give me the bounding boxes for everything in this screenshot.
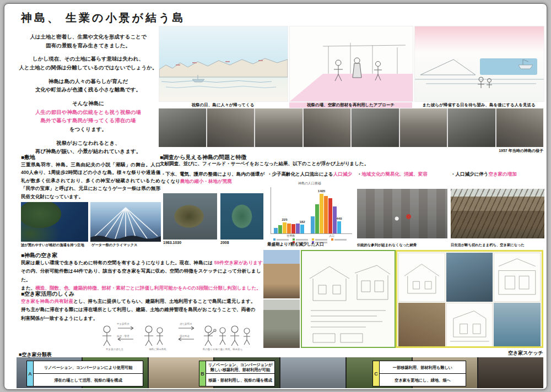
chart-caption: 最盛期より7割も減少した人口 <box>267 242 364 247</box>
body-text: とし、持ち主に提供してもらい、建築利用、土地利用することで島民に還元します。 <box>73 298 255 304</box>
street-procession-photo <box>357 189 447 238</box>
house-sketch-tile <box>446 303 493 348</box>
intro-text: 人は土地と密着し、生業や文化を形成することで 固有の景観を育み生きてきました。 … <box>15 32 161 161</box>
chart-bar <box>311 216 315 233</box>
historical-photo-strip <box>159 108 543 147</box>
body-text: 持ち主が島に滞在する際には滞在場所として利用し、建築、土地の維持管理を島民がおこ… <box>21 307 256 312</box>
intro-paragraph: 神島は島の人々の暮らしが育んだ 文化や町並みが色濃く残る小さな離島です。 <box>15 77 161 94</box>
intro-line: そんな神島に <box>72 100 104 106</box>
chart-legend-item <box>331 238 347 241</box>
pencil-sketch-lines <box>302 251 395 347</box>
intro-line: 人は土地と密着し、生業や文化を形成することで <box>30 34 146 40</box>
departure-sketch-lines <box>415 26 544 101</box>
house-photo <box>478 357 543 388</box>
map-photo-caption: 波が荒れやすいが格好の漁場を持つ立地 <box>21 243 89 248</box>
pencil-sketch-lines <box>447 303 493 348</box>
aerial-photo-1983 <box>163 193 217 239</box>
bullet-highlight: 農地の縮小・林地が荒廃 <box>180 178 232 184</box>
chart-bar <box>315 204 319 233</box>
body-highlight: 空き家を神島の共有財産 <box>21 298 73 304</box>
historical-photo <box>496 108 544 147</box>
sketch-departure-scene <box>414 26 544 102</box>
collage-caption: 空き家スケッチ <box>263 350 543 357</box>
historical-photo <box>352 108 399 147</box>
pencil-sketch-lines <box>399 253 445 301</box>
classification-cell: リノベーション、コンバージョンにより使用可能 <box>33 361 143 374</box>
house-sketch-tile <box>494 253 541 302</box>
intro-line: 人と土地との関係は分離しているのではないでしょうか。 <box>19 64 157 70</box>
ruin-caption: 日生活が断ち切れたまま朽ち、空き家になった <box>451 243 545 248</box>
bar-group: 1405440 <box>311 194 341 233</box>
intro-paragraph: そんな神島に 人生の節目や神島の伝統をとも祝う祝祭の場 島外で暮らす島民が帰って… <box>15 99 161 134</box>
survey-lead-text: 文献調査、並びに、フィールド・サーベイをおこなった結果、以下のことが浮かび上がり… <box>160 161 468 167</box>
historical-photo <box>400 108 447 147</box>
sketch-caption: 祝祭の場、空家の部材を再利用したアプローチ <box>289 102 412 108</box>
intro-line-highlight: 島外で暮らす島民が帰ってくる滞在の場 <box>40 117 136 123</box>
festival-photo-caption: ゲーター祭のクライマックス <box>91 243 162 248</box>
chart-group-label: 人口 <box>311 234 352 237</box>
aerial-photo-2008 <box>220 193 263 239</box>
diagram-caption-returnee: 神島に帰る島民 <box>138 348 177 351</box>
survey-item-culture: ・地域文化の簡易化、消滅、変容 <box>357 171 452 178</box>
scheme-heading: ■空き家活用のしくみ <box>21 290 74 298</box>
bullet-text: ・人口減少に伴う <box>451 171 488 177</box>
chart-legend-item <box>293 238 308 241</box>
chart-bar <box>328 198 332 233</box>
intro-line: しかし現在、その土地に暮らす意味は失われ、 <box>33 56 144 62</box>
scheme-diagram: 空き家提供 維持・管理 持ち家提供 滞在料金 空き家の持ち主 神島に帰る島民 島… <box>98 322 263 353</box>
site-heading: ■敷地 <box>21 154 35 161</box>
bullet-highlight: 地域文化の簡易化、消滅、変容 <box>362 171 428 177</box>
poster-sheet: 神島、 生業の小景が結う島 人は土地と密着し、生業や文化を形成することで 固有の… <box>4 3 547 390</box>
intro-line: をつくります。 <box>69 126 107 132</box>
chart-group-label: 世帯数 <box>271 234 311 237</box>
house-sketch-tile <box>398 253 445 302</box>
aerial-caption: 1983.1030 <box>163 241 217 244</box>
geta-festival-photo <box>90 202 161 242</box>
chart-bar <box>274 228 278 233</box>
chart-bar <box>278 225 282 233</box>
body-highlight: 59件空き家があります。 <box>214 260 268 265</box>
vacant-house-photo <box>263 300 300 348</box>
chart-bar: 225 <box>283 222 287 233</box>
diagram-label-provide: 空き家提供 <box>117 323 129 325</box>
diagram-caption-owner: 空き家の持ち主 <box>98 348 131 351</box>
chart-legend-item <box>312 238 327 241</box>
classification-cell: 空き家を更地にし、緑地、畑へ <box>379 373 466 386</box>
diagram-label-fee: 滞在料金 <box>180 335 190 337</box>
body-text: 民家は厳しい環境で生きるために特有の空間を有するようになりました。現在、神島には <box>21 260 214 265</box>
photo-strip-caption: 1957 年当時の神島の様子 <box>159 148 543 154</box>
historical-photo <box>304 108 351 147</box>
bullet-text: ・少子高齢化と人口流出による <box>267 171 333 177</box>
chart-bar-label: 1405 <box>318 189 325 193</box>
intro-line: 再び神島が賑い、小景が結われていきます。 <box>35 148 141 154</box>
intro-line-highlight: 人生の節目や神島の伝統をとも祝う祝祭の場 <box>35 109 141 115</box>
aerial-caption: 2008 <box>220 241 263 244</box>
scheme-text: 空き家を神島の共有財産とし、持ち主に提供してもらい、建築利用、土地利用することで… <box>21 297 270 323</box>
vacant-house-collage <box>263 250 543 348</box>
site-body-text: 三重県鳥羽市、神島。三島由紀夫の小説「潮騒」の舞台。人口400人余り、1周徒歩2… <box>21 161 160 200</box>
chart-legend-item <box>273 238 289 241</box>
doorway-photo-tile <box>494 303 541 348</box>
historical-photo <box>159 108 206 147</box>
intro-line: 祝祭がおこなわれるとき、 <box>56 140 120 146</box>
intro-line: 神島は島の人々の暮らしが育んだ <box>48 78 128 84</box>
chart-bar <box>296 224 300 233</box>
intro-paragraph: 人は土地と密着し、生業や文化を形成することで 固有の景観を育み生きてきました。 <box>15 32 161 50</box>
sketch-harbor-watercolor <box>159 26 288 102</box>
diagram-caption-workers: 島の祭りや漁で働く島民、観光客ら <box>182 348 263 351</box>
ruined-house-photo <box>451 189 544 238</box>
classification-cells-a: リノベーション、コンバージョンにより使用可能 滞在の場として活用、祝祭の場を構成 <box>33 361 143 386</box>
poster-background: 神島、 生業の小景が結う島 人は土地と密着し、生業や文化を形成することで 固有の… <box>0 0 551 392</box>
chart-title: 神島の人口推移 <box>267 181 352 186</box>
vacant-house-collage-yellow-frame <box>396 250 543 348</box>
classification-cell: リノベーション、コンバージョンが難しい移築利用、部材利用が可能 <box>206 361 275 374</box>
pencil-sketch-lines <box>494 253 540 301</box>
body-text: 利害関係が一致するようにします。 <box>21 315 98 321</box>
exterior-photo-tile <box>398 303 445 348</box>
chart-bar <box>324 196 328 233</box>
diagram-label-stay: 持ち家提供 <box>180 323 192 325</box>
population-chart: 神島の人口推移 2251821405440 世帯数 人口 <box>267 181 352 243</box>
population-chart-plot: 2251821405440 <box>271 187 352 234</box>
chart-bar <box>287 224 291 233</box>
chart-bar: 440 <box>337 221 341 234</box>
